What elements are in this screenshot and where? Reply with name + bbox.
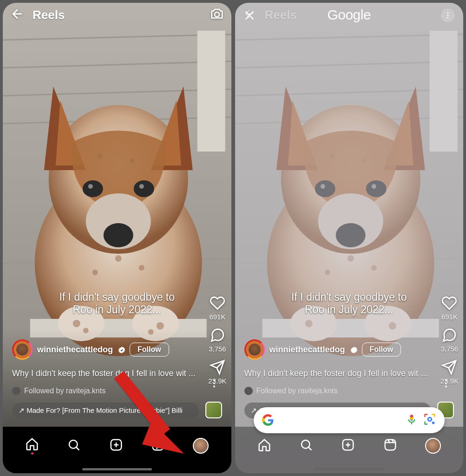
svg-point-13 [134, 180, 154, 197]
svg-point-33 [69, 440, 78, 449]
verified-badge-icon [350, 346, 357, 353]
svg-point-55 [329, 153, 335, 159]
verified-badge-icon [118, 346, 125, 353]
svg-point-60 [305, 320, 312, 327]
author-row[interactable]: winniethecattledog Follow [12, 339, 169, 360]
svg-point-11 [104, 223, 133, 247]
comment-count: 3,756 [209, 345, 226, 353]
audio-thumbnail[interactable] [205, 402, 222, 418]
bottom-nav [235, 427, 464, 473]
reels-title: Reels [33, 8, 65, 22]
svg-point-48 [315, 180, 335, 197]
nav-profile[interactable] [193, 438, 209, 454]
nav-create[interactable] [109, 438, 123, 454]
follower-avatar-icon [244, 387, 253, 395]
svg-rect-35 [153, 440, 164, 450]
svg-point-12 [83, 180, 103, 197]
svg-rect-52 [262, 319, 439, 337]
nav-create [341, 438, 355, 454]
svg-point-57 [347, 255, 354, 262]
camera-icon[interactable] [210, 7, 224, 23]
svg-point-29 [215, 12, 219, 17]
svg-point-30 [213, 380, 215, 382]
google-g-icon [262, 414, 274, 426]
home-indicator[interactable] [314, 468, 384, 470]
close-icon[interactable] [243, 9, 256, 23]
svg-point-20 [130, 159, 135, 163]
svg-point-22 [92, 270, 98, 275]
screenshot-comparison: Reels If I didn't say goodbye to Roo in … [0, 0, 466, 476]
nav-home [257, 438, 271, 454]
follower-avatar-icon [12, 387, 20, 395]
author-row: winniethecattledog Follow [244, 339, 401, 360]
svg-point-23 [139, 265, 144, 271]
svg-point-21 [115, 255, 122, 262]
comment-button: 3,756 [441, 327, 459, 353]
like-button[interactable]: 691K [209, 295, 225, 321]
home-indicator[interactable] [82, 468, 152, 470]
mic-icon[interactable] [406, 413, 418, 427]
svg-point-32 [213, 386, 215, 388]
back-arrow-icon[interactable] [10, 7, 24, 23]
reel-description[interactable]: Why I didn't keep the foster dog I fell … [12, 369, 203, 378]
svg-point-63 [445, 383, 447, 384]
nav-profile [425, 438, 441, 454]
svg-point-14 [88, 184, 93, 189]
svg-point-51 [371, 184, 376, 189]
right-screenshot: Reels If I didn't say goodbye to Roo in … [235, 3, 464, 473]
bottom-nav [3, 427, 231, 473]
svg-point-73 [432, 422, 435, 424]
left-screenshot: Reels If I didn't say goodbye to Roo in … [3, 3, 231, 473]
nav-reels [383, 438, 397, 454]
svg-point-50 [320, 184, 325, 189]
followed-by-label: Followed by raviteja.knts [24, 387, 105, 395]
overflow-menu-icon[interactable] [441, 8, 455, 22]
nav-home[interactable] [25, 437, 39, 455]
follow-button[interactable]: Follow [130, 343, 169, 357]
svg-point-69 [447, 15, 449, 16]
author-avatar [244, 339, 265, 360]
svg-point-47 [335, 223, 365, 247]
follow-button: Follow [362, 343, 401, 357]
svg-point-15 [139, 184, 144, 189]
svg-point-75 [429, 418, 431, 421]
google-lens-header: Google [235, 3, 464, 27]
action-rail: 691K 3,756 23.9K [208, 295, 226, 385]
more-options-icon[interactable] [209, 378, 219, 390]
svg-point-70 [447, 17, 449, 19]
audio-label: ↗ Made For? [From The Motion Picture "Ba… [19, 406, 183, 415]
video-caption: If I didn't say goodbye to Roo in July 2… [28, 291, 206, 316]
comment-button[interactable]: 3,756 [209, 327, 226, 353]
svg-rect-7 [197, 31, 225, 152]
more-options-icon [441, 378, 451, 390]
followed-by-row: Followed by raviteja.knts [244, 387, 338, 395]
like-count: 691K [209, 313, 225, 321]
nav-search[interactable] [67, 438, 81, 454]
video-caption: If I didn't say goodbye to Roo in July 2… [260, 291, 438, 316]
audio-pill[interactable]: ↗ Made For? [From The Motion Picture "Ba… [12, 403, 199, 418]
svg-point-31 [213, 383, 215, 384]
svg-rect-67 [385, 440, 395, 450]
lens-icon[interactable] [423, 413, 436, 428]
google-logo: Google [327, 7, 371, 23]
nav-search [299, 438, 313, 454]
svg-point-65 [302, 440, 310, 449]
followed-by-row[interactable]: Followed by raviteja.knts [12, 387, 105, 395]
svg-point-49 [366, 180, 386, 197]
author-username[interactable]: winniethecattledog [37, 345, 113, 355]
svg-point-56 [362, 159, 367, 163]
author-avatar[interactable] [12, 339, 33, 360]
nav-reels[interactable] [151, 438, 165, 454]
svg-point-61 [388, 322, 396, 330]
svg-point-19 [97, 153, 103, 159]
svg-rect-72 [410, 417, 413, 420]
svg-point-62 [445, 380, 447, 382]
svg-point-24 [73, 320, 80, 327]
svg-rect-43 [429, 31, 457, 152]
svg-point-68 [447, 12, 449, 13]
svg-point-58 [324, 270, 330, 275]
google-search-bar[interactable] [254, 407, 445, 433]
svg-point-64 [445, 386, 447, 388]
reel-description: Why I didn't keep the foster dog I fell … [244, 369, 436, 378]
action-rail: 691K 3,756 23.9K [440, 295, 459, 385]
